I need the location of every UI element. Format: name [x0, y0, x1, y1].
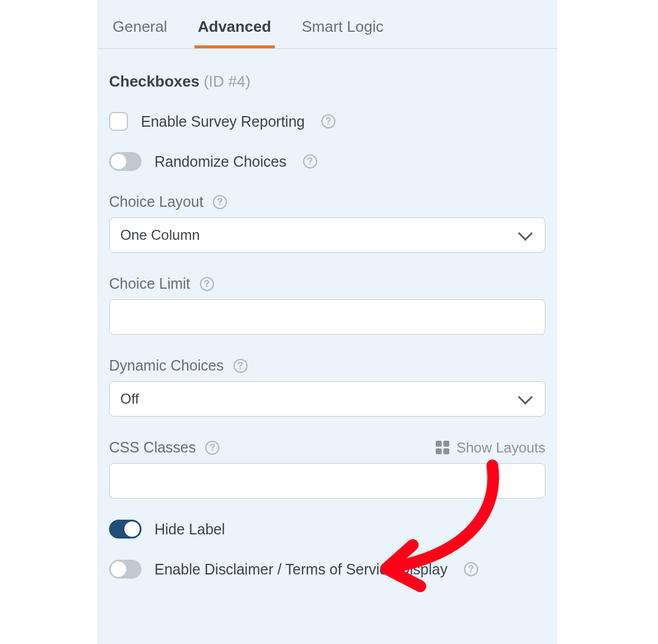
chevron-down-icon [518, 226, 532, 240]
css-classes-input[interactable] [109, 463, 545, 498]
choice-limit-label: Choice Limit [109, 275, 190, 292]
help-icon[interactable]: ? [205, 441, 219, 455]
dynamic-choices-label-row: Dynamic Choices ? [109, 357, 545, 374]
show-layouts-button[interactable]: Show Layouts [436, 440, 545, 456]
show-layouts-label: Show Layouts [456, 440, 545, 456]
chevron-down-icon [518, 389, 532, 404]
field-type-name: Checkboxes [109, 72, 199, 90]
help-icon[interactable]: ? [321, 114, 335, 128]
help-icon[interactable]: ? [464, 562, 478, 576]
choice-layout-label: Choice Layout [109, 193, 203, 210]
help-icon[interactable]: ? [213, 195, 227, 209]
field-options-panel: General Advanced Smart Logic Checkboxes … [97, 0, 557, 644]
grid-icon [436, 441, 449, 454]
tabs: General Advanced Smart Logic [97, 0, 557, 49]
tab-smart-logic[interactable]: Smart Logic [298, 12, 387, 48]
dynamic-choices-label: Dynamic Choices [109, 357, 224, 374]
css-classes-label: CSS Classes [109, 439, 196, 456]
dynamic-choices-value: Off [120, 391, 139, 407]
enable-survey-checkbox[interactable] [109, 112, 128, 131]
hide-label-toggle[interactable] [109, 520, 142, 539]
dynamic-choices-select[interactable]: Off [109, 381, 545, 417]
enable-survey-label: Enable Survey Reporting [141, 113, 305, 130]
choice-limit-input[interactable] [109, 299, 545, 335]
help-icon[interactable]: ? [303, 154, 317, 169]
choice-layout-label-row: Choice Layout ? [109, 193, 545, 210]
hide-label-label: Hide Label [154, 521, 225, 538]
field-id: (ID #4) [203, 72, 250, 90]
tab-general[interactable]: General [109, 12, 171, 48]
randomize-choices-label: Randomize Choices [154, 153, 287, 170]
section-heading: Checkboxes (ID #4) [109, 49, 545, 91]
disclaimer-label: Enable Disclaimer / Terms of Service Dis… [154, 561, 448, 578]
css-classes-label-row: CSS Classes ? Show Layouts [109, 439, 545, 456]
choice-layout-select[interactable]: One Column [109, 217, 545, 253]
disclaimer-toggle[interactable] [109, 560, 142, 579]
tab-advanced[interactable]: Advanced [195, 12, 275, 48]
help-icon[interactable]: ? [233, 359, 248, 373]
choice-layout-value: One Column [120, 227, 200, 243]
help-icon[interactable]: ? [200, 277, 214, 291]
randomize-choices-toggle[interactable] [109, 152, 142, 171]
choice-limit-label-row: Choice Limit ? [109, 275, 545, 292]
